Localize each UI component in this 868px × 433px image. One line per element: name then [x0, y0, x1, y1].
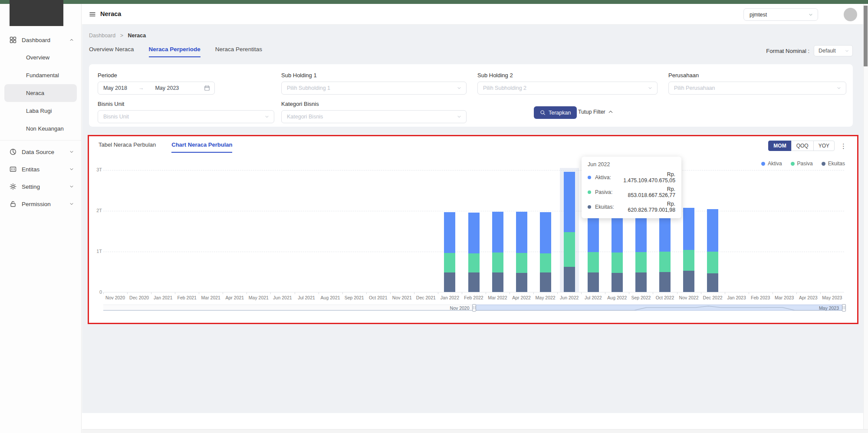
chevron-up-icon [608, 109, 613, 115]
sidebar-item-laba-rugi[interactable]: Laba Rugi [4, 102, 77, 120]
sidebar-item-setting[interactable]: Setting [0, 178, 81, 195]
bar-segment-aktiva[interactable] [540, 212, 551, 253]
chevron-down-icon [808, 12, 813, 17]
periode-start-value[interactable]: May 2018 [103, 85, 127, 91]
datazoom-slider[interactable]: Nov 2020 May 2023 [103, 305, 844, 311]
close-filter-label: Tutup Filter [578, 109, 605, 115]
kebab-menu-icon[interactable]: ⋮ [840, 142, 847, 151]
format-nominal-select[interactable]: Default [814, 45, 853, 56]
sub-holding-1-placeholder: Pilih Subholding 1 [287, 85, 330, 91]
tab-neraca-perentitas[interactable]: Neraca Perentitas [215, 46, 262, 57]
perusahaan-select[interactable]: Pilih Perusahaan [668, 82, 846, 95]
sidebar-item-fundamental[interactable]: Fundamental [4, 66, 77, 84]
period-button-yoy[interactable]: YOY [813, 141, 835, 151]
apply-filter-button[interactable]: Terapkan [534, 106, 577, 119]
bar-segment-pasiva[interactable] [612, 253, 623, 273]
bisnis-unit-placeholder: Bisnis Unit [103, 114, 129, 120]
bar-segment-pasiva[interactable] [659, 252, 671, 272]
tab-overview-neraca[interactable]: Overview Neraca [89, 46, 134, 57]
bar-segment-aktiva[interactable] [444, 212, 455, 253]
vertical-scrollbar-track[interactable] [863, 4, 868, 433]
bar-segment-ekuitas[interactable] [564, 267, 575, 292]
hamburger-menu-icon[interactable] [89, 11, 96, 18]
legend-item-ekuitas[interactable]: Ekuitas [822, 161, 845, 167]
bar-segment-aktiva[interactable] [707, 209, 718, 252]
tab-neraca-perperiode[interactable]: Neraca Perperiode [149, 46, 201, 57]
bar-segment-aktiva[interactable] [492, 212, 503, 253]
tooltip-series-value: Rp. 853.018.667.526,77 [620, 186, 675, 198]
bar-segment-ekuitas[interactable] [635, 272, 647, 292]
legend-item-pasiva[interactable]: Pasiva [791, 161, 813, 167]
kategori-bisnis-select[interactable]: Kategori Bisnis [281, 110, 467, 123]
sidebar-item-overview[interactable]: Overview [4, 49, 77, 66]
gear-icon [10, 183, 16, 190]
close-filter-link[interactable]: Tutup Filter [578, 109, 613, 115]
bisnis-unit-select[interactable]: Bisnis Unit [98, 110, 274, 123]
period-button-qoq[interactable]: QOQ [791, 141, 814, 151]
periode-range-input[interactable]: May 2018 → May 2023 [98, 82, 215, 95]
x-axis-label: Dec 2020 [127, 295, 151, 300]
user-select[interactable]: pjmtest [743, 8, 818, 21]
plot-area[interactable] [103, 170, 844, 292]
x-axis-ticks [103, 292, 844, 294]
bar-segment-pasiva[interactable] [588, 252, 599, 272]
app-logo [10, 0, 63, 26]
bar-segment-pasiva[interactable] [564, 232, 575, 266]
bar-segment-pasiva[interactable] [707, 252, 718, 273]
horizontal-scrollbar-track[interactable] [82, 429, 868, 433]
breadcrumb-parent[interactable]: Dashboard [89, 33, 115, 39]
datazoom-start-handle[interactable] [472, 304, 476, 312]
bar-segment-ekuitas[interactable] [707, 273, 718, 292]
bar-segment-aktiva[interactable] [683, 208, 694, 250]
bar-segment-ekuitas[interactable] [659, 272, 671, 292]
chevron-down-icon [69, 149, 74, 154]
bar-segment-aktiva[interactable] [468, 213, 480, 253]
legend-item-aktiva[interactable]: Aktiva [761, 161, 782, 167]
x-axis-label: Aug 2022 [605, 295, 629, 300]
sidebar-item-neraca[interactable]: Neraca [4, 84, 77, 102]
tab-tabel-neraca-perbulan[interactable]: Tabel Neraca Perbulan [99, 141, 156, 153]
format-nominal-label: Format Nominal : [766, 48, 809, 54]
sidebar-item-dashboard[interactable]: Dashboard [0, 31, 81, 49]
sidebar: DashboardOverviewFundamentalNeracaLaba R… [0, 4, 82, 433]
avatar[interactable] [844, 8, 857, 21]
format-nominal-value: Default [819, 48, 836, 54]
bar-segment-pasiva[interactable] [683, 250, 694, 271]
page-title: Neraca [100, 10, 121, 17]
sidebar-item-entitas[interactable]: Entitas [0, 161, 81, 178]
bar-segment-ekuitas[interactable] [492, 272, 503, 292]
bar-segment-ekuitas[interactable] [612, 273, 623, 292]
format-nominal: Format Nominal : Default [766, 45, 853, 56]
sidebar-item-label: Entitas [22, 166, 69, 173]
sub-holding-2-select[interactable]: Pilih Subholding 2 [477, 82, 658, 95]
sidebar-item-data-source[interactable]: Data Source [0, 143, 81, 161]
tab-chart-neraca-perbulan[interactable]: Chart Neraca Perbulan [171, 141, 232, 153]
period-button-mom[interactable]: MOM [768, 141, 791, 151]
bar-segment-ekuitas[interactable] [588, 272, 599, 292]
bar-segment-pasiva[interactable] [516, 253, 527, 273]
bar-segment-ekuitas[interactable] [516, 273, 527, 292]
periode-end-value[interactable]: May 2023 [155, 85, 179, 91]
bar-segment-pasiva[interactable] [492, 253, 503, 272]
datazoom-end-handle[interactable] [842, 304, 846, 312]
bar-segment-pasiva[interactable] [444, 253, 455, 272]
bar-segment-pasiva[interactable] [468, 253, 480, 272]
x-axis-label: Sep 2022 [629, 295, 653, 300]
bar-segment-ekuitas[interactable] [444, 272, 455, 292]
chevron-down-icon [836, 85, 842, 91]
bar-segment-ekuitas[interactable] [468, 272, 480, 292]
bar-segment-ekuitas[interactable] [683, 271, 694, 292]
bar-segment-pasiva[interactable] [635, 252, 647, 272]
bar-segment-ekuitas[interactable] [540, 272, 551, 292]
bar-segment-pasiva[interactable] [540, 253, 551, 272]
vertical-scrollbar-thumb[interactable] [864, 6, 868, 66]
sub-holding-1-select[interactable]: Pilih Subholding 1 [281, 82, 467, 95]
bar-segment-aktiva[interactable] [564, 172, 575, 232]
sidebar-item-non-keuangan[interactable]: Non Keuangan [4, 120, 77, 138]
kategori-bisnis-label: Kategori Bisnis [281, 101, 319, 107]
sidebar-item-permission[interactable]: Permission [0, 195, 81, 213]
x-axis-label: May 2023 [820, 295, 844, 300]
chevron-down-icon [69, 201, 74, 207]
period-toggle-group: MOMQOQYOY [768, 141, 835, 151]
bar-segment-aktiva[interactable] [516, 212, 527, 253]
